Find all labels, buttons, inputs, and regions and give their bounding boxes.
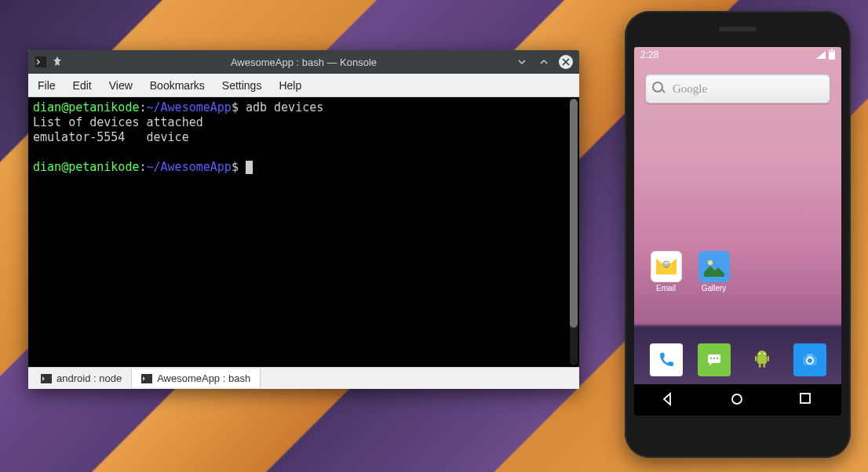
prompt-colon: : <box>139 100 146 114</box>
app-email[interactable]: @ Email <box>651 251 682 292</box>
app-gallery[interactable]: Gallery <box>698 251 730 292</box>
gallery-icon <box>698 251 730 282</box>
nav-recents-button[interactable] <box>799 392 815 408</box>
svg-rect-22 <box>807 354 813 357</box>
svg-rect-12 <box>755 356 757 361</box>
menu-view[interactable]: View <box>109 79 133 92</box>
app-camera[interactable] <box>793 343 826 376</box>
nav-home-button[interactable] <box>730 392 746 408</box>
battery-icon <box>829 50 835 60</box>
maximize-button[interactable] <box>537 55 551 69</box>
svg-point-17 <box>764 353 765 354</box>
terminal-area[interactable]: dian@petanikode:~/AwesomeApp$ adb device… <box>28 97 579 367</box>
command-text: adb devices <box>239 100 323 114</box>
terminal-scrollbar[interactable] <box>570 99 578 365</box>
prompt-user: dian <box>33 100 61 114</box>
menu-bookmarks[interactable]: Bookmarks <box>150 79 205 92</box>
window-title: AwesomeApp : bash — Konsole <box>28 56 579 68</box>
phone-speaker <box>719 27 757 31</box>
output-line-2: emulator-5554 device <box>33 130 189 144</box>
tab-label: android : node <box>57 372 122 384</box>
window-controls <box>515 55 573 69</box>
menubar: File Edit View Bookmarks Settings Help <box>28 74 579 97</box>
svg-rect-24 <box>801 394 810 403</box>
nav-back-button[interactable] <box>661 392 677 408</box>
svg-rect-13 <box>767 356 769 361</box>
phone-screen[interactable]: 2:28 Google @ Email Gallery <box>634 47 841 416</box>
status-icons <box>816 50 835 60</box>
tab-label: AwesomeApp : bash <box>157 372 250 384</box>
app-icon <box>35 56 47 68</box>
prompt-dollar-2: $ <box>232 160 239 174</box>
dock <box>634 339 841 384</box>
cursor <box>246 161 253 174</box>
prompt-path-2: ~/AwesomeApp <box>147 160 232 174</box>
app-label: Email <box>656 284 676 292</box>
app-phone[interactable] <box>650 343 683 376</box>
close-button[interactable] <box>559 55 573 69</box>
menu-settings[interactable]: Settings <box>222 79 262 92</box>
signal-icon <box>816 51 826 59</box>
prompt-at: @ <box>61 100 68 114</box>
svg-point-5 <box>708 260 713 265</box>
svg-point-23 <box>732 394 742 404</box>
prompt-host-2: petanikode <box>68 160 139 174</box>
output-line-1: List of devices attached <box>33 115 203 129</box>
prompt-path: ~/AwesomeApp <box>147 100 232 114</box>
terminal-icon <box>41 374 52 383</box>
svg-text:@: @ <box>663 263 668 267</box>
menu-file[interactable]: File <box>38 79 56 92</box>
tab-android-node[interactable]: android : node <box>31 369 132 387</box>
svg-point-21 <box>808 358 812 363</box>
konsole-window: AwesomeApp : bash — Konsole File Edit Vi… <box>28 50 579 389</box>
prompt-colon-2: : <box>139 160 146 174</box>
email-icon: @ <box>651 251 682 282</box>
prompt-user-2: dian <box>33 160 61 174</box>
terminal-icon <box>141 374 152 383</box>
svg-rect-0 <box>35 56 46 67</box>
prompt-host: petanikode <box>68 100 139 114</box>
svg-point-16 <box>759 353 760 354</box>
menu-edit[interactable]: Edit <box>73 79 92 92</box>
android-emulator: 2:28 Google @ Email Gallery <box>625 11 851 458</box>
svg-point-8 <box>709 358 711 359</box>
status-bar: 2:28 <box>634 47 841 63</box>
search-placeholder: Google <box>673 82 707 96</box>
tab-bar: android : node AwesomeApp : bash <box>28 367 579 389</box>
pin-icon[interactable] <box>52 56 64 68</box>
app-label: Gallery <box>702 284 727 292</box>
google-search-widget[interactable]: Google <box>645 74 830 103</box>
minimize-button[interactable] <box>515 55 529 69</box>
svg-point-9 <box>713 358 714 359</box>
menu-help[interactable]: Help <box>279 79 301 92</box>
svg-rect-15 <box>763 364 765 368</box>
search-icon <box>652 82 666 96</box>
app-messages[interactable] <box>698 343 731 376</box>
home-apps: @ Email Gallery <box>634 251 841 292</box>
app-android[interactable] <box>746 343 779 376</box>
svg-rect-14 <box>759 364 761 368</box>
prompt-dollar: $ <box>232 100 239 114</box>
status-time: 2:28 <box>640 49 658 60</box>
prompt-at-2: @ <box>61 160 68 174</box>
svg-point-10 <box>716 358 717 359</box>
nav-bar <box>634 384 841 416</box>
tab-awesomeapp-bash[interactable]: AwesomeApp : bash <box>132 369 261 387</box>
svg-rect-11 <box>757 356 767 364</box>
titlebar[interactable]: AwesomeApp : bash — Konsole <box>28 50 579 74</box>
